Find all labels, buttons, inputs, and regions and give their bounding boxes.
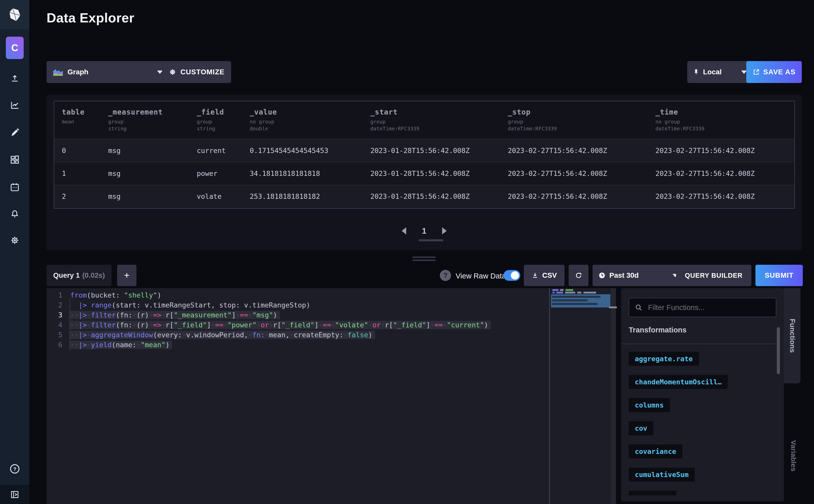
table-cell: 2023-01-28T15:56:42.008Z [370, 147, 470, 155]
chevron-down-icon [157, 71, 163, 74]
function-item-cov[interactable]: cov [629, 421, 653, 435]
export-icon [753, 68, 760, 76]
minimap-selection [551, 294, 610, 307]
function-item-cumulativeSum[interactable]: cumulativeSum [629, 468, 695, 482]
function-item-partial[interactable] [629, 491, 677, 495]
table-cell: 0.17154545454545453 [250, 147, 328, 155]
indent-guide [69, 299, 70, 351]
function-item-chandeMomentumOscill[interactable]: chandeMomentumOscill… [629, 375, 728, 389]
flux-code-editor[interactable]: 1from(bucket: "shelly")2 |> range(start:… [47, 288, 616, 504]
tab-functions[interactable]: Functions [784, 288, 801, 383]
save-as-button[interactable]: SAVE AS [746, 61, 802, 83]
view-raw-data-toggle[interactable] [503, 270, 520, 281]
functions-scrollbar[interactable] [777, 327, 780, 374]
table-cell: 0 [62, 147, 66, 155]
table-cell: 2 [62, 192, 66, 200]
page-indicator-underline [419, 239, 443, 241]
code-line: from(bucket: "shelly") [70, 291, 164, 299]
filter-functions-input[interactable] [648, 303, 770, 312]
table-cell: msg [108, 147, 121, 155]
table-cell: 2023-01-28T15:56:42.008Z [370, 170, 470, 177]
panel-resize-handle[interactable] [412, 257, 436, 262]
help-icon: ? [9, 464, 20, 474]
query-tab[interactable]: Query 1 (0.02s) [47, 265, 111, 286]
refresh-icon [575, 272, 582, 279]
table-cell: 2023-02-27T15:56:42.008Z [508, 192, 607, 200]
editor-minimap[interactable] [551, 288, 610, 504]
submit-button[interactable]: SUBMIT [755, 265, 803, 286]
avatar[interactable]: C [6, 37, 24, 59]
transformations-section-label: Transformations [629, 326, 686, 334]
local-time-dropdown[interactable]: Local [687, 61, 752, 83]
line-number: 6 [47, 341, 62, 349]
download-csv-button[interactable]: CSV [524, 265, 565, 286]
influxdb-logo[interactable] [0, 0, 29, 29]
time-range-dropdown[interactable]: Past 30d [593, 265, 684, 286]
line-number: 2 [47, 301, 62, 309]
table-cell: msg [108, 192, 121, 200]
dashboard-icon [10, 155, 20, 164]
sidebar-footer [0, 485, 29, 504]
table-row: 0msgcurrent0.171545454545454532023-01-28… [54, 139, 794, 162]
pin-icon [693, 68, 699, 76]
graph-select-label: Graph [67, 68, 88, 76]
sidebar-item-tasks[interactable] [0, 179, 29, 195]
filter-functions-searchbox[interactable] [629, 298, 776, 317]
sidebar-item-notebooks[interactable] [0, 125, 29, 140]
editor-scrollbar[interactable] [611, 288, 616, 504]
column-header-_start: _startgroupdateTime:RFC3339 [370, 108, 419, 132]
chevron-down-icon [741, 71, 747, 74]
table-cell: 1 [62, 170, 66, 177]
page-title: Data Explorer [47, 10, 134, 25]
sidebar-item-load-data[interactable] [0, 71, 29, 87]
visualization-type-dropdown[interactable]: Graph [47, 61, 169, 83]
svg-text:?: ? [13, 466, 16, 472]
column-header-_field: _fieldgroupstring [197, 108, 224, 132]
next-page-button[interactable] [442, 227, 447, 234]
code-line: ··|>·yield(name:·"mean") [70, 341, 172, 349]
sidebar-item-settings[interactable] [0, 233, 29, 248]
time-range-label: Past 30d [609, 271, 639, 279]
bell-icon [10, 209, 20, 218]
refresh-button[interactable] [569, 265, 588, 286]
previous-page-button[interactable] [402, 227, 406, 234]
view-raw-data-help-icon[interactable]: ? [440, 270, 451, 281]
function-item-columns[interactable]: columns [629, 398, 670, 412]
toggle-knob [511, 271, 519, 279]
line-number: 4 [47, 321, 62, 329]
calendar-icon [10, 182, 20, 192]
column-header-_stop: _stopgroupdateTime:RFC3339 [508, 108, 557, 132]
table-cell: 2023-02-27T15:56:42.008Z [655, 170, 755, 177]
sidebar-item-data-explorer[interactable] [0, 97, 29, 113]
csv-label: CSV [542, 271, 557, 279]
function-item-covariance[interactable]: covariance [629, 444, 682, 458]
code-line: ··|>·filter(fn:·(r)·=>·r["_field"]·==·"p… [70, 321, 491, 329]
column-header-_value: _valueno groupdouble [250, 108, 277, 132]
table-cell: 253.1818181818182 [250, 192, 320, 200]
query-builder-button[interactable]: QUERY BUILDER [676, 265, 751, 286]
line-number: 5 [47, 331, 62, 339]
functions-panel-resize-handle[interactable] [609, 306, 617, 308]
sidebar: C [0, 0, 29, 504]
function-item-aggregate.rate[interactable]: aggregate.rate [629, 352, 699, 366]
view-raw-data-label: View Raw Data [456, 272, 506, 280]
sidebar-item-dashboards[interactable] [0, 152, 29, 167]
sidebar-item-alerts[interactable] [0, 206, 29, 221]
sidebar-expand-toggle[interactable] [0, 487, 29, 502]
table-cell: msg [108, 170, 121, 177]
table-cell: power [197, 170, 217, 177]
download-icon [531, 272, 539, 279]
table-cell: volate [197, 192, 222, 200]
raw-data-table: tablemean_measurementgroupstring_fieldgr… [54, 101, 795, 209]
add-query-button[interactable]: + [117, 265, 136, 286]
table-cell: 2023-02-27T15:56:42.008Z [655, 192, 755, 200]
customize-button[interactable]: CUSTOMIZE [162, 61, 231, 83]
code-line: |> range(start: v.timeRangeStart, stop: … [70, 301, 313, 309]
table-cell: 2023-02-27T15:56:42.008Z [508, 170, 607, 177]
code-line: ··|>·filter(fn:·(r)·=>·r["_measurement"]… [70, 311, 280, 319]
current-page-number[interactable]: 1 [422, 226, 427, 236]
tab-variables[interactable]: Variables [786, 433, 801, 479]
gear-icon [169, 68, 176, 76]
sidebar-item-help[interactable]: ? [0, 461, 29, 477]
editor-minimap-divider [549, 288, 550, 504]
